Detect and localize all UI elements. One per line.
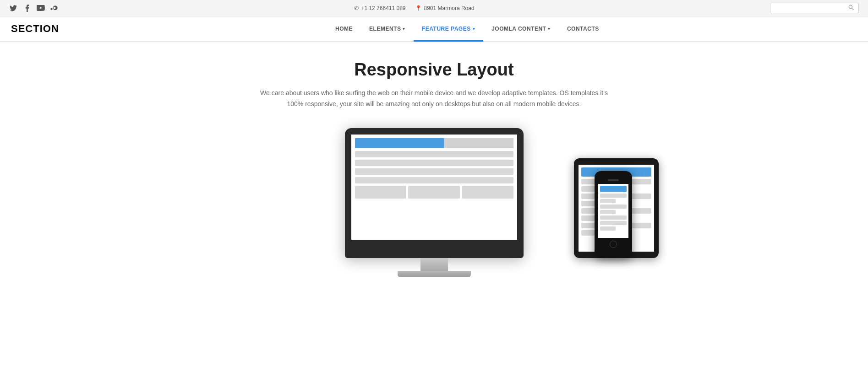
monitor-stand [345,258,524,277]
phone-home-button [610,241,617,248]
contact-info: ✆ +1 12 766411 089 📍 8901 Marmora Road [354,5,474,11]
monitor-row-4 [355,177,513,183]
nav-items: HOME ELEMENTS ▾ FEATURE PAGES ▾ JOOMLA C… [327,22,607,36]
phone-row-7 [600,226,616,231]
googleplus-icon[interactable] [50,4,59,12]
monitor-cols [355,186,513,199]
address-icon: 📍 [415,5,422,11]
nav-feature-pages[interactable]: FEATURE PAGES ▾ [414,22,483,36]
nav-elements[interactable]: ELEMENTS ▾ [361,22,414,36]
phone-row-6 [600,221,627,225]
phone-icon: ✆ [354,5,359,11]
monitor-outer [345,128,524,258]
nav-home-label: HOME [335,26,353,32]
svg-point-0 [849,5,852,8]
monitor-row-2 [355,160,513,166]
elements-chevron-icon: ▾ [403,27,405,31]
phone-speaker [608,179,619,181]
nav-joomla-label: JOOMLA CONTENT [491,26,546,32]
phone-outer [595,171,632,258]
monitor-header-bar [355,138,513,148]
search-box[interactable] [770,3,859,13]
monitor-screen [351,135,517,240]
search-area [770,3,859,13]
joomla-chevron-icon: ▾ [548,27,551,31]
phone-row-2 [600,199,616,203]
facebook-icon[interactable] [23,4,31,12]
phone-info: ✆ +1 12 766411 089 [354,5,405,11]
monitor-row-1 [355,151,513,157]
monitor-mockup [345,128,524,277]
phone-number: +1 12 766411 089 [361,5,405,11]
page-subtitle: We care about users who like surfing the… [260,88,608,110]
social-links [9,4,59,12]
monitor-row-3 [355,168,513,175]
address-text: 8901 Marmora Road [424,5,475,11]
phone-row-1 [600,194,627,198]
nav-contacts[interactable]: CONTACTS [559,22,607,36]
phone-header-bar [600,186,627,192]
nav-feature-pages-label: FEATURE PAGES [422,26,471,32]
youtube-icon[interactable] [37,4,45,12]
page-content: Responsive Layout We care about users wh… [159,42,709,296]
devices-mockup [169,128,700,277]
site-logo[interactable]: SECTION [11,23,59,35]
page-title: Responsive Layout [169,60,700,80]
nav-home[interactable]: HOME [327,22,361,36]
monitor-neck [420,258,448,271]
nav-joomla-content[interactable]: JOOMLA CONTENT ▾ [483,22,559,36]
phone-row-4 [600,210,616,214]
phone-row-3 [600,205,627,209]
phone-screen [598,184,628,238]
navbar: SECTION HOME ELEMENTS ▾ FEATURE PAGES ▾ … [0,16,868,42]
feature-pages-chevron-icon: ▾ [473,27,475,31]
address-info: 📍 8901 Marmora Road [415,5,475,11]
search-input[interactable] [774,5,847,11]
svg-line-1 [852,8,854,10]
nav-contacts-label: CONTACTS [567,26,599,32]
phone-mockup [595,171,632,258]
twitter-icon[interactable] [9,4,17,12]
top-bar: ✆ +1 12 766411 089 📍 8901 Marmora Road [0,0,868,16]
monitor-col-3 [462,186,513,199]
phone-row-5 [600,215,627,220]
search-button[interactable] [847,5,855,11]
monitor-col-2 [408,186,460,199]
monitor-col-1 [355,186,407,199]
nav-elements-label: ELEMENTS [369,26,401,32]
monitor-base [398,271,471,277]
